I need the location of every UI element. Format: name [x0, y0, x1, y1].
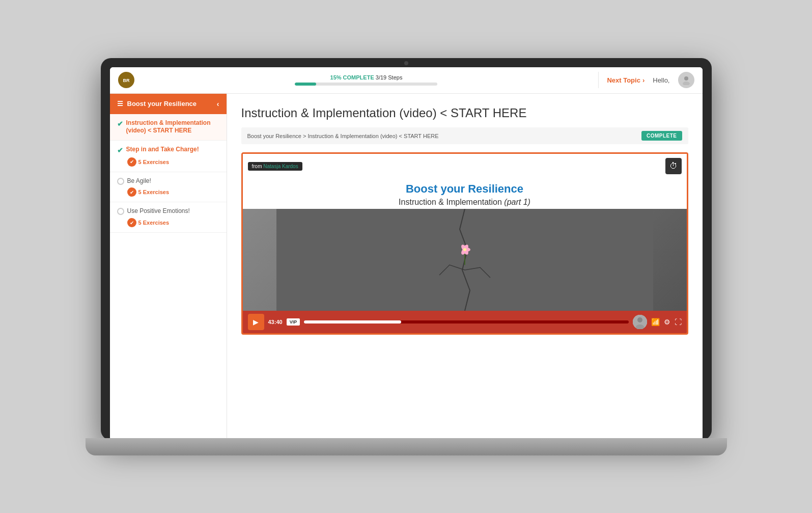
video-avatar — [633, 315, 647, 329]
avatar[interactable] — [678, 72, 694, 88]
progress-text: 15% COMPLETE 3/19 Steps — [330, 74, 403, 80]
fullscreen-icon[interactable]: ⛶ — [675, 318, 682, 326]
breadcrumb-text: Boost your Resilience > Instruction & Im… — [247, 133, 439, 139]
exercises-icon-4: ✔ — [127, 218, 136, 227]
vip-badge: VIP — [287, 318, 300, 326]
video-source-bar: from Natasja Kardos ⏱ — [243, 154, 687, 178]
exercises-text-4: 5 Exercises — [138, 220, 170, 226]
exercises-icon-2: ✔ — [127, 157, 136, 167]
svg-point-2 — [684, 76, 688, 80]
sidebar-item-3-title: Be Agile! — [117, 177, 219, 185]
page-title: Instruction & Implementation (video) < S… — [241, 106, 688, 121]
play-button[interactable]: ▶ — [248, 314, 264, 330]
next-topic-label: Next Topic — [607, 76, 640, 84]
vip-label: VIP — [290, 319, 297, 325]
svg-point-3 — [683, 82, 690, 85]
clock-button[interactable]: ⏱ — [665, 158, 682, 174]
signal-bars-icon: 📶 — [651, 318, 660, 326]
content-area: Instruction & Implementation (video) < S… — [227, 94, 703, 440]
settings-icon[interactable]: ⚙ — [664, 318, 670, 326]
sidebar-header: ☰ Boost your Resilience ‹ — [110, 94, 227, 114]
sidebar-item-4-title: Use Positive Emotions! — [117, 207, 219, 215]
video-container: from Natasja Kardos ⏱ Boost your Resilie… — [241, 152, 688, 335]
check-icon-2: ✔ — [117, 146, 123, 155]
exercises-badge-2: ✔ 5 Exercises — [127, 157, 219, 167]
video-subtitle: Instruction & Implementation (part 1) — [248, 198, 682, 207]
from-badge: from Natasja Kardos — [248, 162, 302, 171]
document-icon: ☰ — [117, 100, 123, 107]
time-display: 43:40 — [268, 319, 283, 325]
circle-icon-3 — [117, 178, 124, 185]
breadcrumb-bar: Boost your Resilience > Instruction & Im… — [241, 127, 688, 144]
progress-steps-label: 3/19 Steps — [376, 74, 403, 80]
sidebar-item-positive-emotions[interactable]: Use Positive Emotions! ✔ 5 Exercises — [110, 202, 227, 233]
camera — [404, 61, 408, 65]
main-layout: ☰ Boost your Resilience ‹ ✔ Instruction … — [110, 94, 703, 440]
video-progress-thumb — [304, 320, 401, 323]
progress-bar-fill — [295, 83, 316, 86]
video-title-area: Boost your Resilience Instruction & Impl… — [243, 178, 687, 209]
video-thumbnail[interactable] — [243, 209, 687, 311]
sidebar-item-step-in[interactable]: ✔ Step in and Take Charge! ✔ 5 Exercises — [110, 141, 227, 172]
chevron-right-icon: › — [642, 76, 645, 84]
next-topic-button[interactable]: Next Topic › — [607, 76, 645, 84]
video-main-title: Boost your Resilience — [248, 182, 682, 196]
svg-text:BR: BR — [123, 78, 129, 83]
sidebar-item-1-title: ✔ Instruction & Implementation (video) <… — [117, 119, 219, 135]
check-icon-1: ✔ — [117, 119, 123, 128]
exercises-text-3: 5 Exercises — [138, 189, 170, 195]
sidebar-item-1-label: Instruction & Implementation (video) < S… — [126, 119, 219, 135]
sidebar-header-left: ☰ Boost your Resilience — [117, 100, 197, 107]
sidebar-item-2-title: ✔ Step in and Take Charge! — [117, 146, 219, 155]
sidebar-title: Boost your Resilience — [127, 100, 197, 107]
sidebar-item-2-label: Step in and Take Charge! — [126, 146, 199, 154]
top-navigation: BR 15% COMPLETE 3/19 Steps Next Topic — [110, 67, 703, 94]
progress-complete-label: 15% COMPLETE — [330, 74, 374, 80]
logo[interactable]: BR — [118, 72, 134, 88]
sidebar-item-instruction[interactable]: ✔ Instruction & Implementation (video) <… — [110, 114, 227, 141]
exercises-badge-4: ✔ 5 Exercises — [127, 218, 219, 227]
sidebar: ☰ Boost your Resilience ‹ ✔ Instruction … — [110, 94, 227, 440]
exercises-icon-3: ✔ — [127, 187, 136, 197]
sidebar-item-3-label: Be Agile! — [127, 177, 151, 185]
author-name: Natasja Kardos — [263, 164, 298, 169]
exercises-badge-3: ✔ 5 Exercises — [127, 187, 219, 197]
video-controls: ▶ 43:40 VIP — [243, 311, 687, 333]
hello-label: Hello, — [653, 76, 669, 84]
sidebar-toggle-icon[interactable]: ‹ — [217, 100, 219, 108]
progress-bar-container — [295, 83, 437, 86]
video-progress-track[interactable] — [304, 320, 628, 323]
complete-badge[interactable]: COMPLETE — [641, 131, 682, 141]
nav-right: Next Topic › Hello, — [598, 72, 694, 88]
progress-section: 15% COMPLETE 3/19 Steps — [134, 74, 599, 86]
sidebar-item-4-label: Use Positive Emotions! — [127, 207, 190, 215]
svg-point-15 — [637, 317, 642, 322]
laptop-base — [86, 438, 727, 455]
circle-icon-4 — [117, 208, 124, 215]
exercises-text-2: 5 Exercises — [138, 159, 170, 165]
sidebar-item-agile[interactable]: Be Agile! ✔ 5 Exercises — [110, 172, 227, 203]
svg-point-13 — [463, 248, 466, 251]
from-label: from — [252, 164, 262, 169]
